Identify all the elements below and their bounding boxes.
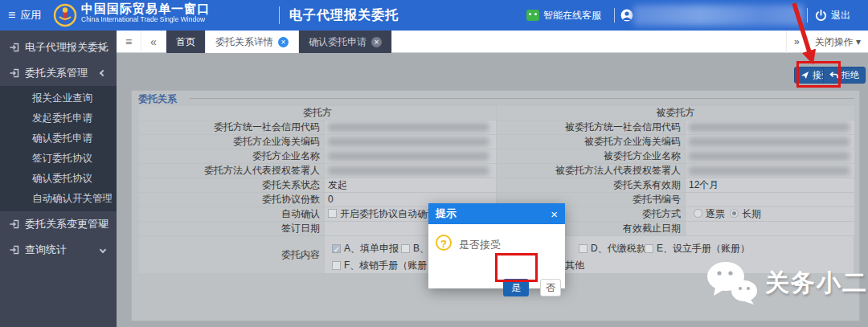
redacted-value xyxy=(689,123,850,132)
sign-in-icon xyxy=(10,219,19,229)
app-header: ≡ 应用 中国国际贸易单一窗口 China International Trad… xyxy=(0,0,868,31)
dialog-message: 是否接受 xyxy=(459,238,501,252)
wechat-icon xyxy=(706,260,759,305)
reject-label: 拒绝 xyxy=(841,69,859,81)
brand-title-en: China International Trade Single Window xyxy=(81,16,210,23)
watermark-text: 关务小二 xyxy=(765,267,868,300)
question-icon: ? xyxy=(436,235,452,251)
field-value xyxy=(325,135,496,149)
tab-home[interactable]: 首页 xyxy=(166,31,206,53)
sidebar: 电子代理报关委托 委托关系管理 报关企业查询 发起委托申请 确认委托申请 签订委… xyxy=(0,31,117,327)
reject-button[interactable]: 拒绝 xyxy=(823,67,866,84)
header-divider xyxy=(807,8,808,22)
dialog-body: ? 是否接受 是 否 xyxy=(428,224,565,288)
tab-list-menu-button[interactable]: ≡ xyxy=(117,31,141,53)
field-label: 被委托方企业名称 xyxy=(497,149,685,163)
sidebar-item-queren-weituo-xieyi[interactable]: 确认委托协议 xyxy=(0,169,117,189)
field-label: 被委托方法人代表授权签署人 xyxy=(497,164,685,178)
apps-menu-button[interactable]: ≡ 应用 xyxy=(8,0,41,31)
yes-button[interactable]: 是 xyxy=(503,279,529,296)
close-operations-dropdown[interactable]: 关闭操作 ▾ xyxy=(807,35,868,49)
online-service-label: 智能在线客服 xyxy=(543,9,601,22)
sidebar-item-label: 电子代理报关委托 xyxy=(25,40,108,55)
sidebar-item-label: 委托关系变更管理 xyxy=(25,217,108,231)
field-value xyxy=(325,164,496,178)
field-label: 委托方统一社会信用代码 xyxy=(139,121,324,134)
checkbox[interactable] xyxy=(401,244,410,253)
radio-option[interactable] xyxy=(694,209,702,218)
logout-label: 退出 xyxy=(831,9,850,22)
watermark: 关务小二 xyxy=(706,260,868,305)
content-option[interactable]: E、设立手册（账册） xyxy=(645,242,750,255)
field-label: 自动确认 xyxy=(139,207,324,221)
brand-logo-icon xyxy=(53,3,77,27)
sidebar-item-weituo-guanxi-biangeng-guanli[interactable]: 委托关系变更管理 xyxy=(0,211,117,237)
field-label: 委托关系有效期 xyxy=(497,178,685,192)
tab-label: 确认委托申请 xyxy=(309,35,366,49)
field-value: 发起 xyxy=(325,178,496,192)
sign-in-icon xyxy=(10,245,19,255)
checkbox-label: E、设立手册（账册） xyxy=(657,242,750,255)
radio-option[interactable] xyxy=(730,209,739,218)
online-service-link[interactable]: 智能在线客服 xyxy=(526,0,601,31)
checkbox-label: D、代缴税款 xyxy=(591,242,646,255)
checkbox[interactable] xyxy=(332,261,341,270)
field-value xyxy=(686,193,854,206)
checkbox[interactable] xyxy=(645,244,653,253)
app-window: ≡ 应用 中国国际贸易单一窗口 China International Trad… xyxy=(0,0,868,327)
checkbox-label: A、填单申报 xyxy=(344,242,399,255)
chevron-left-icon xyxy=(100,247,106,253)
tab-scroll-left-button[interactable]: « xyxy=(141,31,166,53)
tab-close-icon[interactable]: × xyxy=(278,37,289,47)
content-option[interactable]: D、代缴税款 xyxy=(579,242,646,255)
field-value xyxy=(686,222,854,235)
field-label: 委托关系状态 xyxy=(139,178,324,192)
tab-close-icon[interactable]: × xyxy=(371,37,382,47)
content-option[interactable]: A、填单申报 xyxy=(332,242,399,255)
confirm-dialog: 提示 × ? 是否接受 是 否 xyxy=(428,203,565,288)
sidebar-submenu: 报关企业查询 发起委托申请 确认委托申请 签订委托协议 确认委托协议 自动确认开… xyxy=(0,86,117,211)
field-label: 委托协议份数 xyxy=(139,193,324,206)
field-label: 被委托方统一社会信用代码 xyxy=(497,121,685,134)
table-row: 委托方企业名称被委托方企业名称 xyxy=(139,149,854,163)
sidebar-item-weituo-guanxi-guanli[interactable]: 委托关系管理 xyxy=(0,60,117,86)
content-option[interactable]: F、核销手册（账册） xyxy=(332,259,436,272)
sign-in-icon xyxy=(10,68,19,78)
radio-label: 逐票 xyxy=(706,208,725,219)
brand-title-cn: 中国国际贸易单一窗口 xyxy=(81,2,210,16)
dialog-close-icon[interactable]: × xyxy=(551,208,558,220)
apps-menu-label: 应用 xyxy=(20,8,41,22)
tab-weituo-guanxi-xiangqing[interactable]: 委托关系详情 × xyxy=(206,31,299,53)
sidebar-item-label: 委托关系管理 xyxy=(25,66,88,80)
checkbox[interactable] xyxy=(332,244,341,253)
field-value: 逐票长期 xyxy=(686,207,854,221)
redacted-value xyxy=(689,137,850,146)
logout-button[interactable]: 退出 xyxy=(815,0,850,31)
user-avatar[interactable] xyxy=(620,0,633,31)
sidebar-item-baoguan-qiye-chaxun[interactable]: 报关企业查询 xyxy=(0,88,117,108)
username-redacted xyxy=(633,5,804,26)
field-value xyxy=(325,149,496,163)
legend-line xyxy=(190,98,854,99)
panel-legend: 委托关系 xyxy=(138,92,177,106)
sidebar-item-qianding-weituo-xieyi[interactable]: 签订委托协议 xyxy=(0,149,117,169)
table-row: 委托方统一社会信用代码被委托方统一社会信用代码 xyxy=(139,121,854,134)
tab-label: 首页 xyxy=(176,35,195,49)
person-icon xyxy=(620,9,633,22)
tab-scroll-right-button[interactable]: » xyxy=(787,36,807,47)
sidebar-item-chaxun-tongji[interactable]: 查询统计 xyxy=(0,237,117,263)
field-value xyxy=(686,121,854,134)
sidebar-item-zidong-queren-kaiguan-guanli[interactable]: 自动确认开关管理 xyxy=(0,189,117,209)
tab-queren-weituo-shenqing[interactable]: 确认委托申请 × xyxy=(299,31,392,53)
table-row: 委托方法人代表授权签署人被委托方法人代表授权签署人 xyxy=(139,164,854,178)
field-value xyxy=(686,149,854,163)
field-label: 签订日期 xyxy=(139,222,324,235)
checkbox[interactable] xyxy=(579,244,588,253)
sidebar-item-dianzi-daili-baoguan-weituo[interactable]: 电子代理报关委托 xyxy=(0,35,117,60)
chevron-down-icon xyxy=(100,70,106,76)
no-button[interactable]: 否 xyxy=(540,279,561,296)
field-label: 委托方企业海关编码 xyxy=(139,135,324,149)
checkbox[interactable] xyxy=(328,209,337,218)
sidebar-item-queren-weituo-shenqing[interactable]: 确认委托申请 xyxy=(0,129,117,149)
sidebar-item-faqi-weituo-shenqing[interactable]: 发起委托申请 xyxy=(0,108,117,129)
